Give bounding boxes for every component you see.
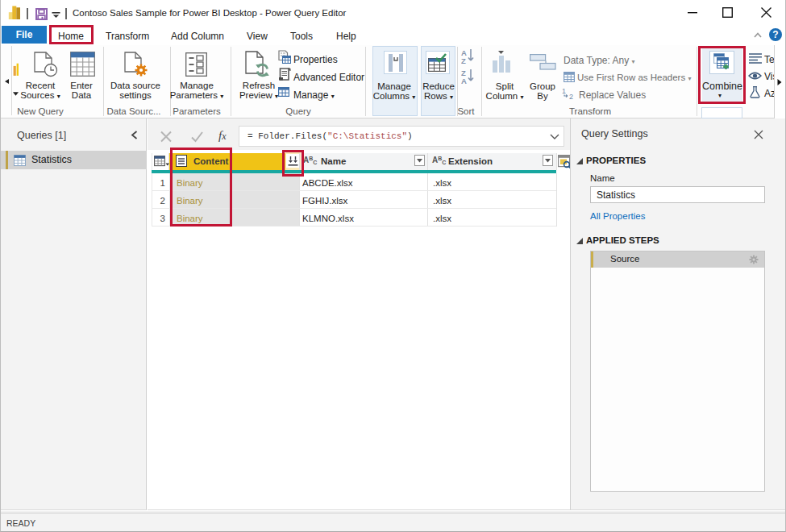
svg-text:A: A [461, 77, 467, 85]
svg-text:Z: Z [461, 56, 466, 65]
svg-text:1: 1 [562, 87, 566, 95]
svg-text:2: 2 [569, 93, 573, 100]
